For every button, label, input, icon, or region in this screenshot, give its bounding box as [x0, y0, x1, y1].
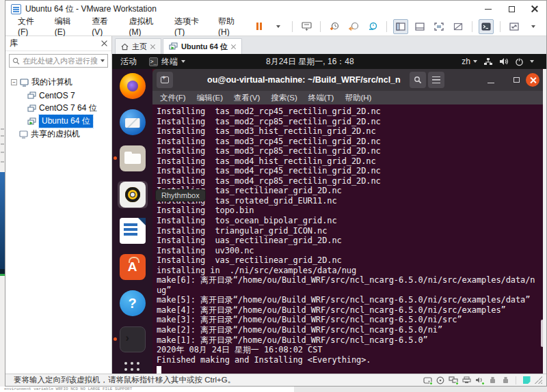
terminal-line: make[3]: 离开目录“/home/ou/Build_WRF/src/ncl… — [157, 315, 544, 325]
terminal-line: 2020年 08月 24日 星期一 16:08:02 CST — [157, 345, 544, 355]
tree-item-shared-vms[interactable]: 共享的虚拟机 — [5, 128, 111, 141]
terminal-line: Installing uv300.nc — [157, 246, 544, 256]
power-icon[interactable] — [515, 57, 524, 66]
resize-grip[interactable] — [535, 376, 542, 384]
tab-ubuntu64[interactable]: Ubuntu 64 位 — [163, 38, 242, 54]
tab-strip: 主页 Ubuntu 64 位 — [112, 36, 546, 54]
take-snapshot-icon[interactable] — [327, 19, 342, 34]
search-icon — [414, 76, 422, 84]
terminal-menu-file[interactable]: 文件(F) — [155, 93, 191, 103]
menu-file[interactable]: 文件(F) — [11, 17, 48, 36]
show-library-icon[interactable] — [393, 19, 408, 34]
window-title: Ubuntu 64 位 - VMware Workstation — [25, 3, 157, 15]
send-ctrl-alt-del-icon[interactable] — [299, 19, 314, 34]
terminal-minimize-button[interactable] — [483, 72, 499, 88]
tab-close-icon[interactable] — [231, 44, 236, 49]
minimize-button[interactable] — [477, 1, 500, 17]
tab-home[interactable]: 主页 — [115, 38, 161, 54]
dock-ubuntu-software-icon[interactable]: A — [118, 253, 148, 281]
tree-item-centos7-64[interactable]: CentOS 7 64 位 — [5, 102, 111, 115]
input-method-indicator[interactable]: zh — [462, 57, 477, 66]
tab-close-icon[interactable] — [150, 44, 155, 49]
stretch-view-icon[interactable] — [507, 19, 522, 34]
menu-help[interactable]: 帮助(H) — [211, 17, 249, 36]
menu-view[interactable]: 查看(V) — [85, 17, 122, 36]
terminal-menu-view[interactable]: 查看(V) — [229, 93, 265, 103]
harddisk-status-icon[interactable] — [423, 376, 432, 384]
background-image-sliver — [0, 172, 5, 269]
vm-running-icon — [27, 117, 36, 126]
dock-thunderbird-icon[interactable] — [118, 109, 148, 136]
terminal-line: make[2]: 离开目录“/home/ou/Build_WRF/src/ncl… — [157, 325, 544, 335]
terminal-line: Installing tas_mod3_rcp45_rectilin_grid_… — [157, 137, 544, 147]
stretch-dropdown[interactable] — [526, 19, 541, 34]
chevron-down-icon[interactable] — [530, 60, 534, 63]
cdrom-status-icon[interactable] — [436, 376, 445, 384]
focused-app-menu[interactable]: >_ 终端 — [149, 56, 185, 68]
menu-edit[interactable]: 编辑(E) — [48, 17, 85, 36]
network-icon[interactable] — [483, 57, 493, 66]
maximize-button[interactable] — [500, 1, 523, 17]
tree-item-centos7[interactable]: CentOS 7 — [5, 89, 111, 102]
suspend-button[interactable] — [252, 19, 267, 34]
terminal-line: Installing tas_mod4_rcp45_rectilin_grid_… — [157, 166, 544, 176]
dock-firefox-icon[interactable] — [118, 72, 148, 100]
new-tab-button[interactable] — [157, 72, 173, 88]
printer-status-icon[interactable] — [462, 376, 471, 384]
terminal-line: Installing tas_mod4_hist_rectilin_grid_2… — [157, 156, 544, 167]
usb-device-icon[interactable] — [488, 376, 497, 384]
dock-terminal-icon[interactable] — [118, 326, 148, 353]
library-search-input[interactable]: 在此处键入内容进行搜索 — [9, 54, 108, 68]
tree-item-my-computer[interactable]: − 我的计算机 — [5, 76, 111, 89]
fullscreen-icon[interactable] — [431, 19, 446, 34]
usb-device-icon[interactable] — [501, 376, 510, 384]
terminal-menu-search[interactable]: 搜索(S) — [266, 93, 302, 103]
terminal-line: Installing tas_mod2_rcp45_rectilin_grid_… — [157, 107, 544, 117]
unity-mode-icon[interactable] — [451, 19, 466, 34]
terminal-menu-edit[interactable]: 编辑(E) — [192, 93, 228, 103]
selected-vm-label: Ubuntu 64 位 — [39, 115, 93, 128]
running-indicator — [114, 337, 117, 341]
terminal-line: Installing tas_rotated_grid_EUR11.nc — [157, 196, 544, 206]
terminal-line: Installing tas_mod3_hist_rectilin_grid_2… — [157, 126, 544, 137]
sound-status-icon[interactable] — [475, 376, 484, 384]
vmware-menubar: 文件(F) 编辑(E) 查看(V) 虚拟机(M) 选项卡(T) 帮助(H) — [5, 17, 546, 36]
show-thumbnail-bar-icon[interactable] — [412, 19, 427, 34]
terminal-close-button[interactable] — [526, 73, 539, 87]
dock-libreoffice-writer-icon[interactable] — [118, 217, 148, 244]
terminal-line: Installing triangular_grid_ICON.nc — [157, 226, 544, 236]
tree-item-ubuntu64[interactable]: Ubuntu 64 位 — [5, 115, 111, 128]
menu-tabs[interactable]: 选项卡(T) — [168, 17, 211, 36]
terminal-app-icon: >_ — [149, 57, 158, 66]
clock-button[interactable]: 8月24日 星期一, 16：48 — [266, 54, 354, 69]
dock-files-icon[interactable] — [118, 145, 148, 172]
collapse-icon[interactable]: − — [11, 79, 17, 85]
vm-icon — [27, 104, 36, 113]
terminal-line: ug” — [157, 285, 544, 296]
show-applications-button[interactable] — [124, 362, 140, 374]
library-close-icon[interactable] — [101, 40, 107, 46]
volume-icon[interactable] — [499, 57, 509, 66]
message-log-icon[interactable] — [522, 376, 531, 384]
device-status-icons — [423, 376, 542, 384]
search-dropdown-icon[interactable] — [101, 59, 105, 62]
menu-vm[interactable]: 虚拟机(M) — [122, 17, 168, 36]
terminal-search-button[interactable] — [410, 72, 426, 88]
dock-tooltip: Rhythmbox — [155, 189, 206, 201]
terminal-line: Installing vas_rectilinear_grid_2D.nc — [157, 255, 544, 266]
terminal-menu-terminal[interactable]: 终端(T) — [304, 93, 339, 103]
revert-snapshot-icon[interactable] — [346, 19, 361, 34]
dock-rhythmbox-icon[interactable] — [118, 181, 148, 208]
network-adapter-status-icon[interactable] — [449, 376, 458, 384]
dock-help-icon[interactable]: ? — [118, 290, 148, 317]
vmware-logo-icon — [11, 4, 21, 14]
manage-snapshots-icon[interactable] — [365, 19, 380, 34]
terminal-maximize-button[interactable] — [508, 72, 524, 88]
vm-display-edge — [543, 69, 546, 374]
close-button[interactable] — [523, 1, 546, 17]
suspend-dropdown[interactable] — [271, 19, 286, 34]
terminal-menu-button[interactable] — [428, 72, 444, 88]
console-view-icon[interactable] — [479, 19, 494, 34]
activities-button[interactable]: 活动 — [120, 56, 137, 68]
terminal-menu-help[interactable]: 帮助(H) — [340, 93, 376, 103]
